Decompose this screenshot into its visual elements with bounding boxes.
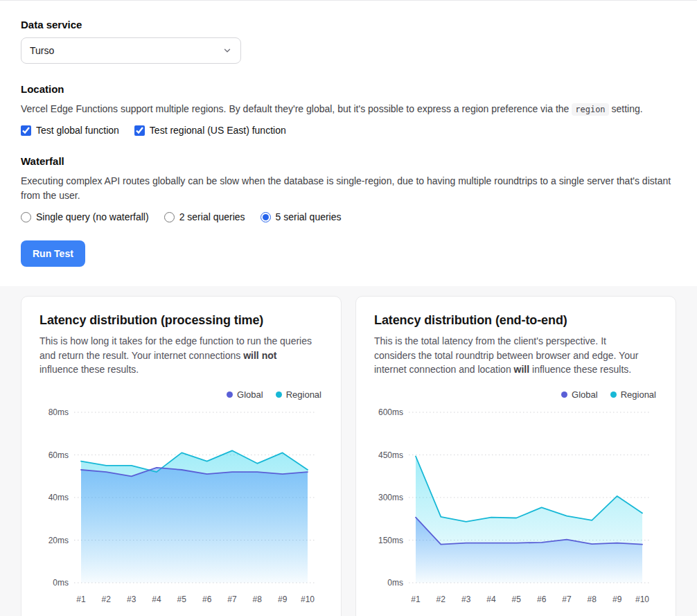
chart-legend-end-to-end: GlobalRegional (376, 389, 656, 400)
x-tick-label: #4 (152, 595, 161, 604)
checkbox-test-global-label: Test global function (36, 125, 119, 136)
y-tick-label: 20ms (48, 535, 69, 545)
x-tick-label: #6 (202, 595, 212, 604)
radio-2-serial-queries[interactable]: 2 serial queries (164, 211, 245, 222)
location-desc-text-before: Vercel Edge Functions support multiple r… (21, 103, 572, 114)
legend-dot-icon (227, 391, 233, 398)
x-tick-label: #8 (253, 595, 263, 604)
latency-chart-processing-time: 0ms20ms40ms60ms80ms#1#2#3#4#5#6#7#8#9#10 (39, 404, 320, 610)
location-description: Vercel Edge Functions support multiple r… (21, 102, 676, 116)
card-description-processing-time: This is how long it takes for the edge f… (39, 334, 314, 377)
legend-label: Regional (621, 389, 656, 400)
x-tick-label: #8 (588, 595, 597, 604)
radio-5-serial-queries-input[interactable] (261, 212, 271, 222)
location-desc-text-after: setting. (609, 103, 643, 114)
x-tick-label: #2 (436, 595, 446, 604)
location-checkbox-row: Test global function Test regional (US E… (21, 125, 676, 136)
legend-label: Global (237, 389, 263, 400)
legend-item-regional: Regional (610, 389, 656, 400)
results-section: Latency distribution (processing time) T… (0, 286, 697, 616)
y-tick-label: 300ms (378, 493, 403, 502)
legend-label: Global (572, 389, 598, 400)
x-tick-label: #9 (612, 595, 622, 604)
x-tick-label: #1 (411, 595, 421, 604)
data-service-selected-value: Turso (30, 45, 54, 56)
card-description-end-to-end: This is the total latency from the clien… (374, 334, 649, 377)
y-tick-label: 40ms (48, 493, 69, 502)
data-service-select[interactable]: Turso (21, 37, 241, 64)
y-tick-label: 600ms (378, 407, 403, 417)
legend-dot-icon (276, 391, 282, 398)
x-tick-label: #1 (76, 595, 86, 604)
x-tick-label: #2 (102, 595, 112, 604)
legend-item-global: Global (227, 389, 263, 400)
card-desc-text-after: influence these results. (529, 364, 631, 375)
legend-dot-icon (610, 391, 617, 398)
x-tick-label: #3 (127, 595, 136, 604)
card-desc-text-after: influence these results. (39, 364, 139, 375)
checkbox-test-regional-input[interactable] (134, 125, 145, 136)
legend-item-regional: Regional (276, 389, 321, 400)
data-service-heading: Data service (21, 19, 676, 30)
x-tick-label: #3 (461, 595, 471, 604)
x-tick-label: #7 (227, 595, 237, 604)
waterfall-radio-row: Single query (no waterfall) 2 serial que… (21, 211, 676, 222)
run-test-button[interactable]: Run Test (21, 240, 85, 267)
location-heading: Location (21, 83, 676, 95)
latency-chart-end-to-end: 0ms150ms300ms450ms600ms#1#2#3#4#5#6#7#8#… (374, 404, 655, 610)
waterfall-heading: Waterfall (21, 155, 676, 167)
legend-label: Regional (286, 389, 321, 400)
y-tick-label: 60ms (48, 450, 69, 459)
legend-dot-icon (561, 391, 567, 398)
x-tick-label: #10 (301, 595, 315, 604)
x-tick-label: #9 (278, 595, 288, 604)
chevron-down-icon (222, 46, 232, 55)
radio-5-serial-queries[interactable]: 5 serial queries (261, 211, 342, 222)
chart-legend-processing-time: GlobalRegional (41, 389, 321, 400)
y-tick-label: 0ms (387, 578, 403, 588)
waterfall-description: Executing complex API routes globally ca… (21, 174, 676, 203)
card-desc-bold: will not (243, 350, 276, 361)
card-title-processing-time: Latency distribution (processing time) (39, 313, 323, 328)
radio-5-serial-queries-label: 5 serial queries (276, 211, 342, 222)
radio-2-serial-queries-input[interactable] (164, 212, 175, 222)
y-tick-label: 150ms (378, 535, 403, 545)
radio-single-query-label: Single query (no waterfall) (36, 211, 149, 222)
checkbox-test-regional-label: Test regional (US East) function (150, 125, 286, 136)
latency-card-end-to-end: Latency distribution (end-to-end) This i… (355, 296, 676, 616)
checkbox-test-regional[interactable]: Test regional (US East) function (134, 125, 286, 136)
x-tick-label: #7 (562, 595, 572, 604)
card-desc-bold: will (514, 364, 530, 375)
x-tick-label: #5 (177, 595, 187, 604)
latency-card-processing-time: Latency distribution (processing time) T… (21, 296, 342, 616)
x-tick-label: #5 (512, 595, 522, 604)
card-title-end-to-end: Latency distribution (end-to-end) (374, 313, 658, 328)
radio-single-query-input[interactable] (21, 212, 31, 222)
y-tick-label: 0ms (53, 578, 69, 588)
x-tick-label: #10 (635, 595, 649, 604)
region-code-chip: region (572, 103, 608, 116)
controls-section: Data service Turso Location Vercel Edge … (0, 1, 697, 286)
y-tick-label: 80ms (48, 407, 69, 417)
legend-item-global: Global (561, 389, 598, 400)
y-tick-label: 450ms (378, 450, 403, 459)
x-tick-label: #6 (537, 595, 547, 604)
radio-single-query[interactable]: Single query (no waterfall) (21, 211, 149, 222)
radio-2-serial-queries-label: 2 serial queries (179, 211, 245, 222)
x-tick-label: #4 (486, 595, 496, 604)
checkbox-test-global[interactable]: Test global function (21, 125, 119, 136)
checkbox-test-global-input[interactable] (21, 125, 31, 136)
global-area (81, 468, 308, 583)
